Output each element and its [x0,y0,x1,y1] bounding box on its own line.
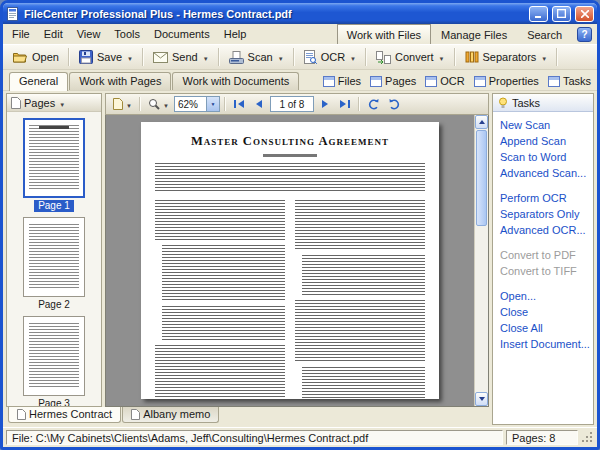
tab-manage-files[interactable]: Manage Files [431,24,517,44]
pages-panel-title: Pages [24,97,55,109]
tab-general[interactable]: General [9,72,68,91]
toggle-files[interactable]: Files [323,75,361,87]
doc-tab-label: Hermes Contract [29,408,112,420]
magnifier-icon [148,98,160,110]
task-close[interactable]: Close [500,306,586,318]
page-icon [11,97,21,109]
document-page: Master Consulting Agreement [141,122,439,399]
send-button[interactable]: Send [147,46,215,68]
separators-button[interactable]: Separators [459,46,554,68]
chevron-down-icon [162,98,169,110]
status-bar: File: C:\My Cabinets\Clients\Adams, Jeff… [3,427,597,447]
document-title: Master Consulting Agreement [155,134,425,149]
scroll-up-button[interactable] [475,115,488,129]
task-append-scan[interactable]: Append Scan [500,135,586,147]
maximize-button[interactable] [552,6,571,22]
resize-grip[interactable] [581,430,595,445]
viewer: 62% 1 of 8 [105,93,489,407]
task-perform-ocr[interactable]: Perform OCR [500,192,586,204]
close-button[interactable] [575,6,594,22]
pages-panel-header[interactable]: Pages [7,94,101,112]
zoom-dropdown[interactable] [145,95,172,113]
task-open[interactable]: Open... [500,290,586,302]
scan-label: Scan [248,51,273,63]
task-advanced-ocr[interactable]: Advanced OCR... [500,224,586,236]
tab-work-with-files[interactable]: Work with Files [337,24,431,44]
last-page-button[interactable] [336,95,354,113]
thumbnail-page-3[interactable]: Page 3 [23,316,85,406]
document-canvas: Master Consulting Agreement [105,115,489,407]
window-title: FileCenter Professional Plus - Hermes Co… [24,8,525,20]
send-label: Send [172,51,198,63]
doc-tab-albany-memo[interactable]: Albany memo [122,407,219,423]
task-close-all[interactable]: Close All [500,322,586,334]
page-icon [113,98,123,110]
rotate-left-icon [367,98,380,111]
task-new-scan[interactable]: New Scan [500,119,586,131]
toggle-properties-label: Properties [489,75,539,87]
task-insert-document[interactable]: Insert Document... [500,338,586,350]
minimize-button[interactable] [529,6,548,22]
toggle-pages-label: Pages [385,75,416,87]
chevron-down-icon [58,97,65,109]
thumbnail-page-2[interactable]: Page 2 [23,217,85,311]
viewer-scrollbar[interactable] [474,115,488,406]
scrollbar-track[interactable] [475,227,488,392]
rotate-left-button[interactable] [364,95,383,113]
task-scan-to-word[interactable]: Scan to Word [500,151,586,163]
thumbnail-image [23,118,85,198]
viewer-toolbar: 62% 1 of 8 [105,93,489,115]
toolbar-separator [556,48,558,66]
convert-button[interactable]: Convert [370,46,450,68]
menu-bar: File Edit View Tools Documents Help Work… [3,24,597,44]
menu-edit[interactable]: Edit [37,24,70,44]
menu-help[interactable]: Help [217,24,254,44]
ocr-button[interactable]: OCR [298,46,362,68]
document-tabs: Hermes Contract Albany memo [6,407,489,425]
scrollbar-thumb[interactable] [476,130,487,226]
first-page-button[interactable] [230,95,248,113]
app-window: FileCenter Professional Plus - Hermes Co… [0,0,600,450]
tasks-panel: Tasks New Scan Append Scan Scan to Word … [492,93,594,425]
page-view-dropdown[interactable] [110,95,135,113]
toggle-tasks[interactable]: Tasks [548,75,591,87]
scroll-down-button[interactable] [475,392,488,406]
doc-tab-hermes-contract[interactable]: Hermes Contract [8,407,121,423]
thumbnail-image [23,217,85,297]
help-icon[interactable] [577,27,592,42]
thumbnail-page-1[interactable]: Page 1 [23,118,85,212]
scan-button[interactable]: Scan [223,46,290,68]
mode-tabs: Work with Files Manage Files Search [337,24,572,44]
task-list: New Scan Append Scan Scan to Word Advanc… [493,112,593,424]
tab-work-with-pages[interactable]: Work with Pages [69,72,171,90]
task-separators-only[interactable]: Separators Only [500,208,586,220]
tab-work-with-documents[interactable]: Work with Documents [172,72,299,90]
toolbar-separator [224,97,226,111]
toggle-ocr[interactable]: OCR [425,75,464,87]
zoom-combo[interactable]: 62% [174,96,220,112]
panel-icon [548,76,560,87]
tab-search[interactable]: Search [517,24,572,44]
arrow-right-icon [322,100,328,108]
toggle-pages[interactable]: Pages [370,75,416,87]
page-indicator[interactable]: 1 of 8 [270,96,314,112]
rotate-right-button[interactable] [385,95,404,113]
menu-tools[interactable]: Tools [107,24,147,44]
toggle-properties[interactable]: Properties [474,75,539,87]
zoom-value: 62% [175,99,206,110]
arrow-right-icon [340,100,346,108]
open-button[interactable]: Open [7,46,65,68]
menu-view[interactable]: View [70,24,108,44]
document-columns [155,200,425,399]
save-button[interactable]: Save [73,46,139,68]
toggle-tasks-label: Tasks [563,75,591,87]
menu-file[interactable]: File [5,24,37,44]
menu-documents[interactable]: Documents [147,24,217,44]
task-advanced-scan[interactable]: Advanced Scan... [500,167,586,179]
view-tab-row: General Work with Pages Work with Docume… [3,70,597,91]
chevron-down-icon [438,51,445,63]
prev-page-button[interactable] [250,95,268,113]
status-page-count: Pages: 8 [506,430,578,445]
ocr-icon [304,50,317,64]
next-page-button[interactable] [316,95,334,113]
